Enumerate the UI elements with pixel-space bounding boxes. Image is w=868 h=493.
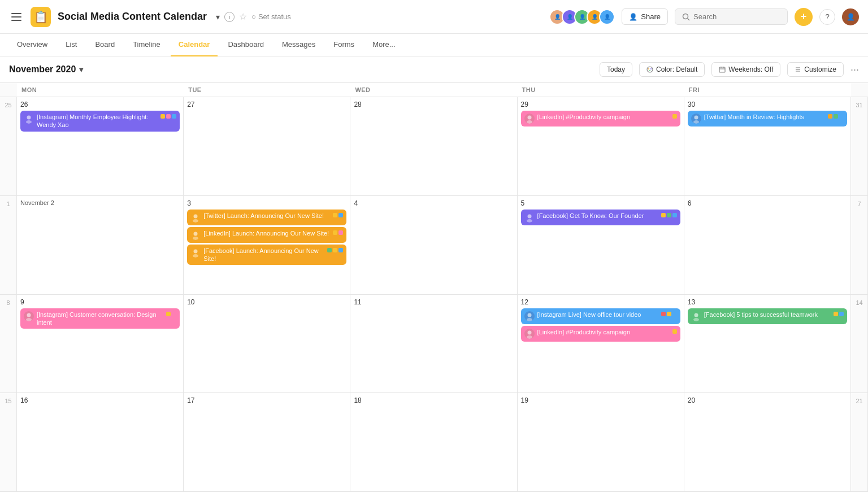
calendar-cell[interactable]: 13[Facebook] 5 tips to successful teamwo… [684, 295, 851, 394]
calendar-cell[interactable]: 18 [350, 393, 517, 492]
event-dot [338, 230, 343, 235]
color-button[interactable]: Color: Default [639, 62, 705, 77]
calendar-cell[interactable]: 19 [518, 393, 684, 492]
calendar-cell[interactable]: 9[Instagram] Customer conversation: Desi… [17, 295, 184, 394]
tab-list[interactable]: List [58, 34, 85, 56]
calendar-cell[interactable]: 28 [350, 97, 517, 196]
calendar-cell[interactable]: 26[Instagram] Monthly Employee Highlight… [17, 97, 184, 196]
tab-board[interactable]: Board [87, 34, 123, 56]
share-button[interactable]: Share [622, 8, 668, 25]
day-header-wed: Wed [350, 83, 517, 97]
calendar-cell[interactable]: 29[LinkedIn] #Productivity campaign [518, 97, 684, 196]
date-number: 13 [688, 298, 847, 306]
calendar-event[interactable]: [Instagram Live] New office tour video [521, 308, 680, 324]
calendar-cell[interactable]: 4 [350, 196, 517, 295]
calendar-event[interactable]: [Instagram] Customer conversation: Desig… [20, 308, 180, 329]
week-number: 8 [0, 295, 17, 394]
svg-point-0 [683, 14, 688, 19]
tab-messages[interactable]: Messages [274, 34, 323, 56]
event-avatar [524, 114, 535, 124]
event-avatar [24, 311, 34, 321]
search-box[interactable] [675, 8, 788, 25]
tab-overview[interactable]: Overview [9, 34, 55, 56]
info-icon[interactable]: i [224, 12, 235, 22]
day-headers: Mon Tue Wed Thu Fri [0, 83, 868, 97]
calendar-cell[interactable]: 17 [184, 393, 350, 492]
calendar-event[interactable]: [LinkedIn] #Productivity campaign [521, 111, 680, 126]
tab-more[interactable]: More... [364, 34, 403, 56]
date-number: 3 [187, 199, 346, 207]
svg-point-27 [27, 313, 31, 317]
calendar-event[interactable]: [LinkedIn] #Productivity campaign [521, 326, 680, 342]
svg-point-28 [26, 318, 32, 321]
date-number: 20 [688, 396, 847, 404]
set-status[interactable]: Set status [251, 12, 291, 21]
date-number: 17 [187, 396, 346, 404]
svg-point-16 [527, 120, 532, 124]
app-icon: 📋 [31, 7, 51, 27]
help-button[interactable]: ? [819, 9, 835, 25]
customize-button[interactable]: Customize [787, 62, 844, 77]
event-dots [166, 312, 176, 316]
event-dot [661, 213, 666, 217]
calendar-cell[interactable]: 12[Instagram Live] New office tour video… [518, 295, 684, 394]
tab-forms[interactable]: Forms [326, 34, 362, 56]
svg-point-17 [694, 116, 698, 120]
cal-header-right: Today Color: Default Weekends: Off Custo… [600, 62, 859, 77]
calendar-cell[interactable]: 30[Twitter] Month in Review: Highlights [684, 97, 851, 196]
event-dot [672, 312, 677, 316]
tab-dashboard[interactable]: Dashboard [220, 34, 272, 56]
calendar-event[interactable]: [Facebook] Launch: Announcing Our New Si… [187, 245, 346, 265]
calendar-cell[interactable]: 27 [184, 97, 350, 196]
star-icon[interactable]: ☆ [239, 11, 247, 22]
date-number: 29 [521, 101, 680, 108]
calendar-event[interactable]: [Twitter] Month in Review: Highlights [688, 111, 847, 126]
calendar-cell[interactable]: 3[Twitter] Launch: Announcing Our New Si… [184, 196, 350, 295]
event-avatar [190, 247, 201, 258]
calendar-event[interactable]: [LinkedIn] Launch: Announcing Our New Si… [187, 227, 346, 243]
calendar-cell[interactable]: 10 [184, 295, 350, 394]
svg-line-1 [688, 18, 690, 20]
event-text: [Facebook] Launch: Announcing Our New Si… [203, 247, 324, 263]
tab-calendar[interactable]: Calendar [171, 34, 218, 56]
calendar-cell[interactable]: 16 [17, 393, 184, 492]
user-avatar[interactable]: 👤 [842, 8, 859, 25]
calendar-cell[interactable]: 20 [684, 393, 851, 492]
tab-timeline[interactable]: Timeline [125, 34, 168, 56]
svg-point-24 [193, 254, 198, 258]
calendar-event[interactable]: [Twitter] Launch: Announcing Our New Sit… [187, 210, 346, 225]
right-side-number: 14 [851, 295, 868, 394]
calendar-cell[interactable]: 11 [350, 295, 517, 394]
chevron-down-icon[interactable]: ▾ [216, 12, 220, 21]
event-text: [Twitter] Launch: Announcing Our New Sit… [203, 212, 330, 220]
today-button[interactable]: Today [600, 62, 632, 77]
weekends-button[interactable]: Weekends: Off [711, 62, 780, 77]
calendar-cell[interactable]: 5[Facebook] Get To Know: Our Founder [518, 196, 684, 295]
right-side-header [851, 83, 868, 97]
calendar-event[interactable]: [Facebook] Get To Know: Our Founder [521, 210, 680, 225]
month-title[interactable]: November 2020 ▾ [9, 64, 83, 75]
date-number: 18 [354, 396, 513, 404]
event-dots [160, 114, 176, 119]
calendar-cell[interactable]: November 2 [17, 196, 184, 295]
calendar-event[interactable]: [Instagram] Monthly Employee Highlight: … [20, 111, 180, 132]
svg-rect-6 [719, 67, 725, 72]
event-dot [839, 114, 844, 119]
calendar-grid: 2526[Instagram] Monthly Employee Highlig… [0, 97, 868, 492]
svg-point-34 [693, 318, 699, 321]
event-text: [Instagram] Monthly Employee Highlight: … [37, 113, 158, 129]
event-dot [828, 114, 832, 119]
svg-point-3 [648, 68, 649, 69]
event-dot [839, 312, 844, 316]
event-text: [Facebook] 5 tips to successful teamwork [704, 311, 831, 319]
day-header-mon: Mon [17, 83, 184, 97]
svg-point-5 [649, 70, 650, 71]
svg-point-18 [693, 120, 699, 124]
search-input[interactable] [693, 12, 772, 21]
event-avatar [691, 114, 701, 124]
hamburger-menu[interactable] [9, 11, 24, 23]
calendar-cell[interactable]: 6 [684, 196, 851, 295]
more-options-button[interactable]: ··· [850, 64, 859, 76]
calendar-event[interactable]: [Facebook] 5 tips to successful teamwork [688, 308, 847, 324]
add-button[interactable]: + [795, 8, 813, 26]
